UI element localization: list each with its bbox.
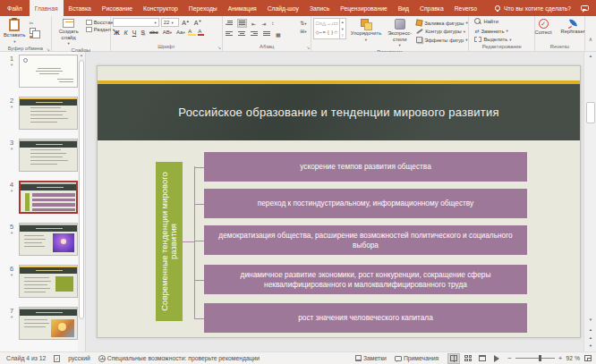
- animation-star-icon[interactable]: *: [11, 106, 13, 110]
- tab-анимация[interactable]: Анимация: [223, 0, 262, 16]
- shape-glyph-icon[interactable]: {: [328, 30, 329, 36]
- language-indicator[interactable]: русский: [68, 355, 89, 361]
- font-color-button[interactable]: А: [198, 29, 204, 36]
- align-right-button[interactable]: [250, 30, 259, 38]
- slide-title-band[interactable]: Российское образование и тенденции миров…: [98, 84, 580, 140]
- animation-star-icon[interactable]: *: [11, 64, 13, 68]
- scroll-up-icon[interactable]: ▲: [584, 52, 596, 61]
- paragraph-dialog-launcher[interactable]: ↘: [306, 46, 310, 50]
- replace-button[interactable]: ⇄Заменить▾: [474, 28, 507, 34]
- arrange-button[interactable]: Упорядочить▾: [349, 18, 384, 43]
- tab-запись[interactable]: Запись: [304, 0, 335, 16]
- comments-icon[interactable]: [581, 5, 589, 11]
- scrollbar-thumb[interactable]: [586, 102, 595, 123]
- tab-file[interactable]: Файл: [0, 0, 30, 16]
- animation-star-icon[interactable]: *: [11, 148, 13, 152]
- quick-styles-button[interactable]: Экспресс-стили▾: [386, 18, 413, 48]
- font-size-combo[interactable]: 22▾: [161, 18, 179, 27]
- bullets-button[interactable]: •: [225, 20, 234, 27]
- previous-slide-button[interactable]: ▲▲: [584, 326, 596, 334]
- slide-thumbnail-4[interactable]: 4*: [0, 181, 79, 214]
- zoom-in-icon[interactable]: +: [558, 355, 563, 362]
- slide-thumbnail-1[interactable]: 1*: [0, 55, 79, 88]
- shapes-gallery-scroll[interactable]: ▲▼≡: [339, 19, 345, 38]
- copy-button[interactable]: [30, 28, 36, 34]
- shapes-gallery[interactable]: □○△→↓▭◇~={}☆ ▲▼≡: [313, 18, 345, 39]
- animation-star-icon[interactable]: *: [11, 190, 13, 194]
- correct-button[interactable]: ✓ Correct: [533, 18, 554, 37]
- align-text-button[interactable]: ⊞▾: [299, 28, 307, 34]
- bold-button[interactable]: Ж: [113, 30, 121, 36]
- slide-indicator[interactable]: Слайд 4 из 12: [6, 355, 46, 361]
- shape-glyph-icon[interactable]: =: [323, 30, 326, 36]
- decrease-indent-button[interactable]: ⇤: [251, 21, 257, 27]
- scroll-up-icon[interactable]: ▲: [78, 52, 85, 59]
- tab-рецензирование[interactable]: Рецензирование: [335, 0, 392, 16]
- trend-box-2[interactable]: переход к постиндустриальному, информаци…: [204, 189, 527, 218]
- font-name-combo[interactable]: ▾: [113, 18, 159, 27]
- spellcheck-icon[interactable]: ✓: [54, 355, 60, 362]
- numbering-button[interactable]: [237, 19, 247, 28]
- animation-star-icon[interactable]: *: [11, 317, 13, 320]
- tab-вставка[interactable]: Вставка: [64, 0, 97, 16]
- scrollbar-thumb[interactable]: [79, 60, 84, 319]
- animation-star-icon[interactable]: *: [11, 233, 13, 236]
- tab-рисование[interactable]: Рисование: [97, 0, 138, 16]
- shape-glyph-icon[interactable]: ▭: [334, 21, 338, 27]
- collapse-ribbon-button[interactable]: ∧: [585, 16, 596, 51]
- columns-button[interactable]: ▦: [275, 31, 282, 38]
- slide-thumbnail-6[interactable]: 6*: [0, 265, 79, 298]
- shrink-font-button[interactable]: А▼: [192, 19, 203, 26]
- shape-glyph-icon[interactable]: ☆: [334, 30, 338, 36]
- align-left-button[interactable]: [225, 30, 234, 38]
- slide-editor[interactable]: Российское образование и тенденции миров…: [97, 65, 581, 338]
- tab-слайд-шоу[interactable]: Слайд-шоу: [262, 0, 304, 16]
- zoom-slider-knob[interactable]: [539, 355, 541, 361]
- italic-button[interactable]: К: [123, 30, 129, 36]
- shape-fill-button[interactable]: Заливка фигуры▾: [416, 20, 468, 26]
- find-button[interactable]: Найти: [474, 18, 498, 25]
- animation-star-icon[interactable]: *: [11, 275, 13, 278]
- zoom-out-icon[interactable]: −: [507, 355, 512, 362]
- slide-sorter-view-button[interactable]: [462, 353, 474, 364]
- tab-главная[interactable]: Главная: [30, 0, 64, 16]
- cut-button[interactable]: ✂: [30, 20, 37, 26]
- zoom-slider[interactable]: − +: [507, 355, 562, 362]
- notes-button[interactable]: Заметки: [355, 355, 387, 361]
- slide-thumbnail-3[interactable]: 3*: [0, 139, 79, 172]
- underline-button[interactable]: Ч: [131, 30, 138, 36]
- slide-thumbnail-7[interactable]: 7*: [0, 307, 79, 340]
- trend-side-label[interactable]: Современные тенденции мирового развития: [156, 162, 183, 321]
- normal-view-button[interactable]: [447, 353, 460, 364]
- tab-переходы[interactable]: Переходы: [183, 0, 223, 16]
- change-case-button[interactable]: Аа▾: [175, 30, 186, 35]
- tab-справка[interactable]: Справка: [414, 0, 449, 16]
- slideshow-button[interactable]: [490, 353, 503, 364]
- trend-box-5[interactable]: рост значения человеческого капитала: [204, 303, 527, 333]
- character-spacing-button[interactable]: АВ▾: [161, 30, 173, 35]
- rephraser-button[interactable]: Rephraser: [559, 18, 587, 36]
- slide-title[interactable]: Российское образование и тенденции миров…: [178, 106, 498, 119]
- text-shadow-button[interactable]: S: [140, 30, 147, 36]
- accessibility-status[interactable]: Специальные возможности: проверьте реком…: [98, 355, 260, 362]
- paste-button[interactable]: Вставить▾: [2, 18, 28, 45]
- scroll-down-icon[interactable]: ▼: [584, 316, 596, 325]
- tell-me-box[interactable]: Что вы хотите сделать?: [495, 0, 571, 16]
- font-dialog-launcher[interactable]: ↘: [217, 46, 221, 50]
- strikethrough-button[interactable]: abc: [149, 30, 160, 35]
- tab-вид[interactable]: Вид: [393, 0, 414, 16]
- reading-view-button[interactable]: [476, 353, 489, 364]
- align-center-button[interactable]: [237, 30, 246, 38]
- select-button[interactable]: Выделить▾: [474, 37, 511, 42]
- new-slide-button[interactable]: Создать слайд▾: [54, 18, 84, 47]
- increase-indent-button[interactable]: ⇥: [260, 21, 267, 27]
- shape-glyph-icon[interactable]: ~: [319, 30, 322, 36]
- line-spacing-button[interactable]: ↕: [270, 21, 275, 26]
- shape-outline-button[interactable]: Контур фигуры▾: [416, 29, 468, 34]
- text-direction-button[interactable]: ⇅▾: [299, 20, 307, 26]
- shape-effects-button[interactable]: Эффекты фигур▾: [416, 37, 468, 43]
- highlight-color-button[interactable]: А: [188, 29, 196, 36]
- fit-slide-to-window-button[interactable]: [584, 355, 592, 361]
- slide-thumbnail-2[interactable]: 2*: [0, 97, 79, 130]
- trend-box-4[interactable]: динамичное развитие экономики, рост конк…: [204, 265, 527, 294]
